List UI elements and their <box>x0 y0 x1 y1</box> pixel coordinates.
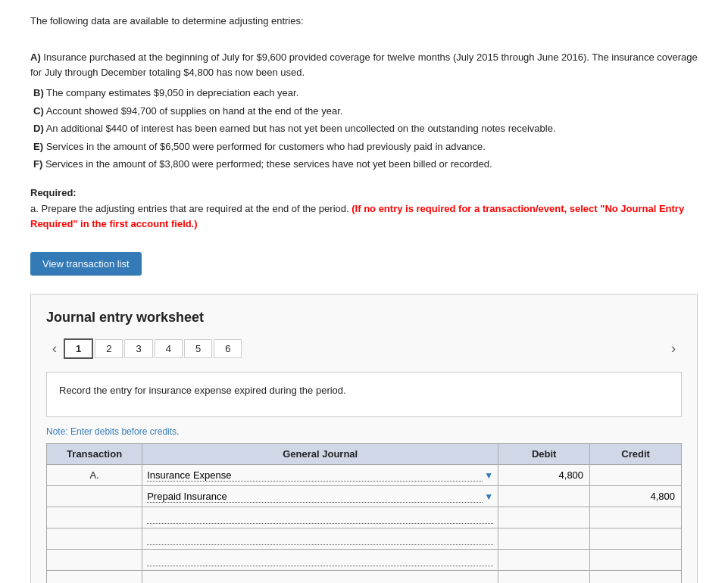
required-section: Required: a. Prepare the adjusting entri… <box>30 187 698 233</box>
view-transaction-button[interactable]: View transaction list <box>30 252 142 276</box>
item-d: D) An additional $440 of interest has be… <box>30 121 698 136</box>
table-row: A. ▼ <box>47 465 682 486</box>
required-item-a: a. Prepare the adjusting entries that ar… <box>30 201 698 233</box>
item-b: B) The company estimates $9,050 in depre… <box>30 86 698 101</box>
credit-cell-5[interactable] <box>590 550 682 571</box>
debit-input-2[interactable] <box>503 491 583 502</box>
general-journal-cell-3[interactable] <box>142 507 498 528</box>
general-journal-cell-5[interactable] <box>142 550 498 571</box>
credit-input-5[interactable] <box>595 554 675 566</box>
credit-cell-1[interactable] <box>590 465 682 486</box>
journal-table: Transaction General Journal Debit Credit… <box>46 443 682 583</box>
col-header-debit: Debit <box>498 444 590 465</box>
note-text: Note: Enter debits before credits. <box>46 426 682 437</box>
table-row <box>47 571 682 583</box>
credit-cell-3[interactable] <box>590 507 682 528</box>
transaction-cell-3 <box>47 507 142 528</box>
tab-navigation: ‹ 1 2 3 4 5 6 › <box>46 338 682 360</box>
debit-input-1[interactable] <box>503 469 583 481</box>
debit-cell-4[interactable] <box>498 528 590 550</box>
credit-cell-2[interactable] <box>590 486 682 507</box>
debit-input-6[interactable] <box>503 575 583 583</box>
debit-cell-6[interactable] <box>498 571 590 583</box>
transaction-cell-6 <box>47 571 142 583</box>
dropdown-arrow-1[interactable]: ▼ <box>484 470 493 481</box>
general-journal-cell-4[interactable] <box>142 528 498 550</box>
tab-6[interactable]: 6 <box>214 339 242 358</box>
credit-input-3[interactable] <box>595 512 675 523</box>
account-input-2[interactable] <box>147 491 483 503</box>
general-journal-cell-1[interactable]: ▼ <box>142 465 498 486</box>
tab-5[interactable]: 5 <box>184 339 212 358</box>
intro-text: The following data are available to dete… <box>30 15 698 26</box>
tab-prev-arrow[interactable]: ‹ <box>46 338 63 360</box>
transaction-cell-a: A. <box>47 465 142 486</box>
debit-input-4[interactable] <box>503 533 583 544</box>
instruction-box: Record the entry for insurance expense e… <box>46 372 682 417</box>
general-journal-cell-6[interactable] <box>142 571 498 583</box>
required-label: Required: <box>30 187 698 198</box>
item-f: F) Services in the amount of $3,800 were… <box>30 157 698 172</box>
table-row: ▼ <box>47 486 682 507</box>
transaction-cell-5 <box>47 550 142 571</box>
account-input-6[interactable] <box>147 575 493 583</box>
tab-4[interactable]: 4 <box>155 339 183 358</box>
transaction-cell-2 <box>47 486 142 507</box>
col-header-general-journal: General Journal <box>142 444 498 465</box>
account-input-1[interactable] <box>147 469 483 482</box>
item-e: E) Services in the amount of $6,500 were… <box>30 139 698 154</box>
tab-1[interactable]: 1 <box>64 338 93 359</box>
credit-input-1[interactable] <box>595 469 675 481</box>
debit-cell-5[interactable] <box>498 550 590 571</box>
col-header-credit: Credit <box>590 444 682 465</box>
item-c: C) Account showed $94,700 of supplies on… <box>30 104 698 119</box>
worksheet-container: Journal entry worksheet ‹ 1 2 3 4 5 6 › … <box>30 294 698 583</box>
credit-input-6[interactable] <box>595 575 675 583</box>
debit-input-3[interactable] <box>503 512 583 523</box>
credit-cell-6[interactable] <box>590 571 682 583</box>
credit-input-2[interactable] <box>595 491 675 502</box>
account-input-4[interactable] <box>147 533 493 545</box>
account-input-5[interactable] <box>147 554 493 566</box>
tab-2[interactable]: 2 <box>95 339 123 358</box>
table-row <box>47 507 682 528</box>
dropdown-arrow-2[interactable]: ▼ <box>484 491 493 502</box>
debit-cell-1[interactable] <box>498 465 590 486</box>
debit-cell-3[interactable] <box>498 507 590 528</box>
col-header-transaction: Transaction <box>47 444 142 465</box>
account-input-3[interactable] <box>147 512 493 524</box>
debit-input-5[interactable] <box>503 554 583 566</box>
credit-input-4[interactable] <box>595 533 675 544</box>
instruction-text: Record the entry for insurance expense e… <box>59 385 346 396</box>
tab-next-arrow[interactable]: › <box>665 338 682 360</box>
debit-cell-2[interactable] <box>498 486 590 507</box>
credit-cell-4[interactable] <box>590 528 682 550</box>
table-row <box>47 550 682 571</box>
worksheet-title: Journal entry worksheet <box>46 310 682 326</box>
general-journal-cell-2[interactable]: ▼ <box>142 486 498 507</box>
tab-3[interactable]: 3 <box>124 339 152 358</box>
transaction-cell-4 <box>47 528 142 550</box>
table-row <box>47 528 682 550</box>
item-a: A) Insurance purchased at the beginning … <box>30 50 698 80</box>
